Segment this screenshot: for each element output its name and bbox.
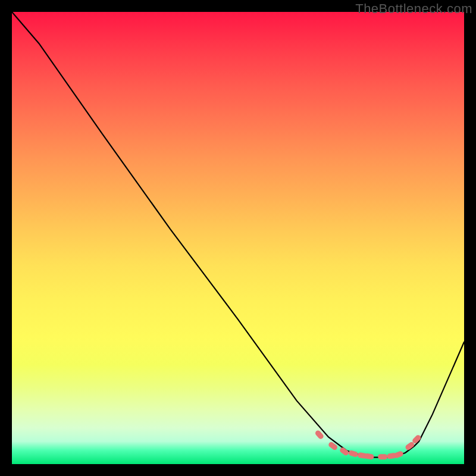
plot-area (12, 12, 464, 464)
chart-container: TheBottleneck.com (0, 0, 476, 476)
watermark-text: TheBottleneck.com (355, 1, 472, 17)
optimal-marker (378, 454, 387, 459)
optimal-markers (314, 430, 422, 460)
optimal-marker (364, 453, 374, 460)
optimal-marker (339, 446, 350, 456)
bottleneck-curve (12, 12, 464, 458)
curve-layer (12, 12, 464, 464)
